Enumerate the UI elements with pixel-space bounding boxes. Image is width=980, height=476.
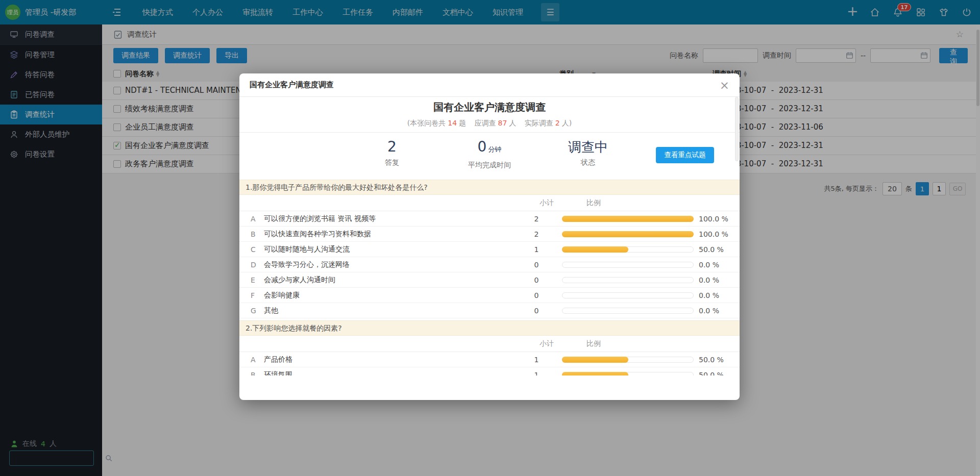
option-bar [562,292,694,298]
option-letter: A [251,356,264,364]
option-letter: E [251,276,264,284]
option-percent: 50.0 % [699,371,740,376]
replies-value: 2 [348,139,436,155]
survey-statistics-modal: 国有企业客户满意度调查 × 国有企业客户满意度调查 (本张问卷共14题 应调查8… [239,73,740,400]
option-letter: F [251,291,264,299]
expected-count: 87 [498,119,507,127]
option-letter: B [251,230,264,238]
ratio-header: 比例 [572,339,740,348]
stat-status: 调查中 状态 [544,139,632,167]
option-letter: G [251,307,264,315]
option-row: E 会减少与家人沟通时间 0 0.0 % [239,272,740,288]
option-percent: 100.0 % [699,215,740,223]
option-count: 0 [521,307,552,315]
avg-time-value: 0 [478,138,487,155]
app-screen: 理员 管理员 -研发部 快捷方式 个人办公 审批流转 工作中心 工作任务 内部邮… [0,0,980,476]
options-header: 小计 比例 [239,336,740,352]
status-value: 调查中 [544,139,632,155]
option-percent: 100.0 % [699,230,740,238]
avg-time-label: 平均完成时间 [446,161,533,170]
actual-count: 2 [555,119,560,127]
option-count: 2 [521,230,552,238]
question-title: 2.下列影响您选择就餐的因素? [239,320,740,336]
option-letter: B [251,371,264,376]
option-row: D 会导致学习分心，沉迷网络 0 0.0 % [239,257,740,272]
option-count: 0 [521,261,552,269]
option-text: 可以随时随地与人沟通交流 [264,245,521,254]
modal-scrollbar-thumb[interactable] [735,97,739,161]
option-percent: 0.0 % [699,307,740,315]
modal-body: 国有企业客户满意度调查 (本张问卷共14题 应调查87人 实际调查2人) 2 答… [239,97,740,375]
option-bar [562,231,694,237]
stat-replies: 2 答复 [348,139,436,167]
subtotal-header: 小计 [531,198,562,208]
option-row: C 可以随时随地与人沟通交流 1 50.0 % [239,242,740,257]
question-count: 14 [448,119,457,127]
modal-title: 国有企业客户满意度调查 [250,80,334,90]
option-percent: 0.0 % [699,291,740,299]
option-bar [562,262,694,268]
option-percent: 50.0 % [699,356,740,364]
survey-title: 国有企业客户满意度调查 [239,101,740,114]
option-letter: D [251,261,264,269]
modal-titlebar: 国有企业客户满意度调查 × [239,73,740,97]
option-bar [562,216,694,222]
option-bar [562,357,694,363]
option-count: 0 [521,276,552,284]
option-text: 环境氛围 [264,370,521,376]
option-count: 1 [521,371,552,376]
option-letter: C [251,245,264,254]
option-text: 会影响健康 [264,291,521,300]
option-row: A 可以很方便的浏览书籍 资讯 视频等 2 100.0 % [239,211,740,227]
option-bar [562,246,694,253]
option-bar [562,277,694,283]
option-count: 1 [521,356,552,364]
option-percent: 0.0 % [699,276,740,284]
option-count: 1 [521,245,552,254]
subtotal-header: 小计 [531,339,562,348]
replies-label: 答复 [348,158,436,167]
option-text: 其他 [264,306,521,315]
close-icon[interactable]: × [720,80,729,90]
option-row: A 产品价格 1 50.0 % [239,352,740,367]
survey-summary: (本张问卷共14题 应调查87人 实际调查2人) [239,118,740,128]
option-text: 会减少与家人沟通时间 [264,275,521,285]
view-key-questions-button[interactable]: 查看重点试题 [656,147,714,163]
status-label: 状态 [544,158,632,167]
option-row: B 可以快速查阅各种学习资料和数据 2 100.0 % [239,227,740,242]
option-count: 2 [521,215,552,223]
options-header: 小计 比例 [239,195,740,211]
option-percent: 50.0 % [699,245,740,254]
option-text: 产品价格 [264,355,521,364]
option-row: G 其他 0 0.0 % [239,303,740,318]
question-title: 1.那你觉得电子产品所带给你的最大好处和坏处各是什么? [239,180,740,195]
option-row: B 环境氛围 1 50.0 % [239,367,740,375]
stats-row: 2 答复 0分钟 平均完成时间 调查中 状态 查看重点试题 [239,133,740,177]
option-bar [562,308,694,314]
stat-avg-time: 0分钟 平均完成时间 [446,139,533,170]
option-text: 可以快速查阅各种学习资料和数据 [264,230,521,239]
option-text: 可以很方便的浏览书籍 资讯 视频等 [264,214,521,223]
option-text: 会导致学习分心，沉迷网络 [264,260,521,269]
option-letter: A [251,215,264,223]
option-count: 0 [521,291,552,299]
option-bar [562,372,694,376]
option-percent: 0.0 % [699,261,740,269]
ratio-header: 比例 [572,198,740,208]
avg-time-unit: 分钟 [488,145,501,153]
option-row: F 会影响健康 0 0.0 % [239,288,740,303]
